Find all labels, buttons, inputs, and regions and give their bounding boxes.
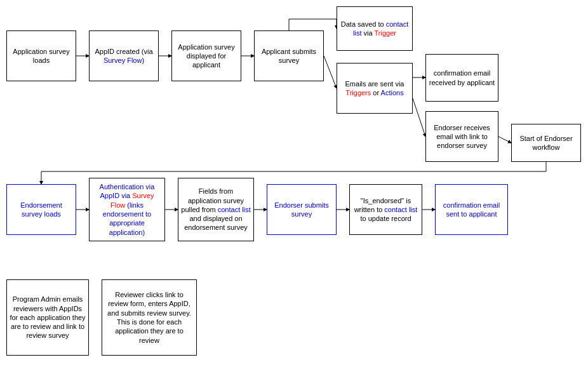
app-survey-loads-box: Application survey loads xyxy=(6,30,76,81)
confirmation-email-label: confirmation email received by applicant xyxy=(429,69,495,87)
is-endorsed-box: "Is_endorsed" is written to contact list… xyxy=(349,184,422,235)
appid-created-box: AppID created (via Survey Flow) xyxy=(89,30,159,81)
svg-line-3 xyxy=(324,56,337,88)
endorser-submits-box: Endorser submits survey xyxy=(267,184,337,235)
endorser-receives-box: Endorser receives email with link to end… xyxy=(425,111,498,162)
program-admin-box: Program Admin emails reviewers with AppI… xyxy=(6,279,89,356)
app-displayed-box: Application survey displayed for applica… xyxy=(171,30,241,81)
confirm-sent-box: confirmation email sent to applicant xyxy=(435,184,508,235)
fields-pulled-box: Fields from application survey pulled fr… xyxy=(178,178,254,241)
confirm-sent-label: confirmation email sent to applicant xyxy=(438,201,505,219)
app-survey-loads-label: Application survey loads xyxy=(10,47,73,65)
emails-sent-box: Emails are sent via Triggers or Actions xyxy=(337,63,413,114)
auth-via-appid-box: Authentication via AppID via Survey Flow… xyxy=(89,178,165,241)
svg-line-5 xyxy=(413,98,425,137)
confirmation-email-box: confirmation email received by applicant xyxy=(425,54,498,102)
svg-line-6 xyxy=(498,137,511,143)
start-endorser-box: Start of Endorser workflow xyxy=(511,124,581,162)
fields-pulled-label: Fields from application survey pulled fr… xyxy=(181,187,251,232)
emails-sent-label: Emails are sent via Triggers or Actions xyxy=(340,79,410,98)
program-admin-label: Program Admin emails reviewers with AppI… xyxy=(10,295,86,340)
applicant-submits-label: Applicant submits survey xyxy=(257,47,321,65)
app-displayed-label: Application survey displayed for applica… xyxy=(175,43,238,70)
start-endorser-label: Start of Endorser workflow xyxy=(514,134,578,152)
data-saved-box: Data saved to contact list via Trigger xyxy=(337,6,413,51)
auth-via-appid-label: Authentication via AppID via Survey Flow… xyxy=(92,182,162,237)
endorser-receives-label: Endorser receives email with link to end… xyxy=(429,123,495,150)
reviewer-clicks-label: Reviewer clicks link to review form, ent… xyxy=(105,290,194,345)
appid-created-label: AppID created (via Survey Flow) xyxy=(92,47,156,65)
endorser-submits-label: Endorser submits survey xyxy=(270,201,333,219)
is-endorsed-label: "Is_endorsed" is written to contact list… xyxy=(352,196,419,224)
diagram: Application survey loads AppID created (… xyxy=(0,0,588,381)
reviewer-clicks-box: Reviewer clicks link to review form, ent… xyxy=(102,279,197,356)
data-saved-label: Data saved to contact list via Trigger xyxy=(340,20,410,38)
endorsement-loads-label: Endorsement survey loads xyxy=(10,201,73,219)
applicant-submits-box: Applicant submits survey xyxy=(254,30,324,81)
endorsement-loads-box: Endorsement survey loads xyxy=(6,184,76,235)
